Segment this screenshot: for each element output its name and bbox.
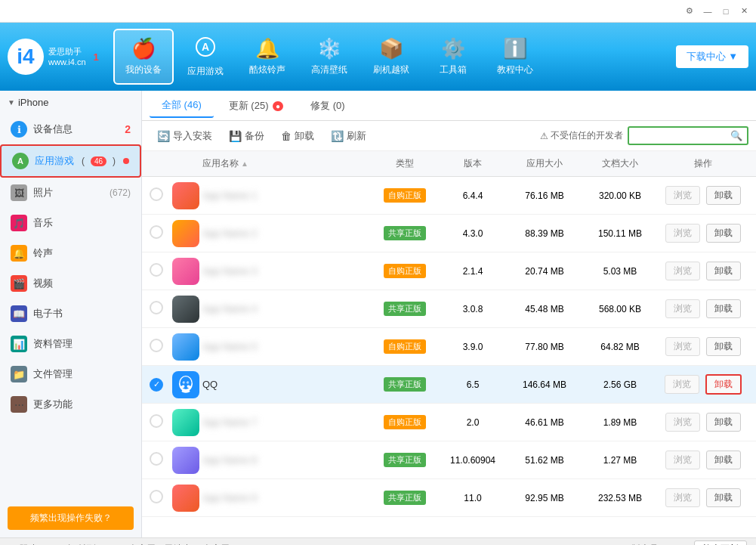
music-label: 音乐 xyxy=(33,216,131,230)
sidebar-item-device-info[interactable]: ℹ 设备信息 2 xyxy=(0,114,141,144)
row1-type-badge: 自购正版 xyxy=(384,188,426,203)
apps-badge: 46 xyxy=(91,156,106,166)
import-install-button[interactable]: 🔄 导入安装 xyxy=(150,126,220,146)
row5-browse-button[interactable]: 浏览 xyxy=(665,337,700,356)
tab-update-label: 更新 (25) xyxy=(229,100,269,111)
row6-uninstall-button[interactable]: 卸载 xyxy=(705,374,742,395)
nav-my-device-label: 我的设备 xyxy=(125,63,162,76)
refresh-icon: 🔃 xyxy=(331,130,344,142)
col-appsize-header: 应用大小 xyxy=(507,157,582,170)
row1-uninstall-button[interactable]: 卸载 xyxy=(706,186,741,205)
search-input[interactable] xyxy=(634,131,730,141)
row6-browse-button[interactable]: 浏览 xyxy=(665,375,699,394)
table-row: App Name 2 共享正版 4.3.0 88.39 MB 150.11 MB… xyxy=(142,215,756,252)
logo-icon: i4 xyxy=(8,39,44,75)
title-bar: ⚙ — □ ✕ xyxy=(0,0,756,23)
row3-docsize: 5.03 MB xyxy=(603,266,637,277)
device-label[interactable]: ▼ iPhone xyxy=(8,97,134,108)
col-name-header[interactable]: 应用名称 ▲ xyxy=(202,157,371,170)
nav-app-game-label: 应用游戏 xyxy=(187,65,224,78)
row7-checkbox[interactable] xyxy=(150,414,163,428)
data-mgmt-icon: 📊 xyxy=(11,336,27,352)
uninstall-toolbar-button[interactable]: 🗑 卸载 xyxy=(273,126,322,146)
close-icon[interactable]: ✕ xyxy=(738,5,750,17)
sidebar-item-music[interactable]: 🎵 音乐 xyxy=(0,208,141,238)
photos-label: 照片 xyxy=(33,186,103,200)
row8-appsize: 51.62 MB xyxy=(525,455,563,466)
sidebar-item-ringtone[interactable]: 🔔 铃声 xyxy=(0,238,141,268)
nav-jailbreak[interactable]: 📦 刷机越狱 xyxy=(361,29,421,85)
row9-checkbox[interactable] xyxy=(150,490,163,503)
row7-uninstall-button[interactable]: 卸载 xyxy=(706,413,741,432)
nav-tutorial[interactable]: ℹ️ 教程中心 xyxy=(485,29,545,85)
row5-version: 3.9.0 xyxy=(463,342,483,352)
status-bar: 阻止iTunes自动运行 46 个应用，已选中 1 个应用 2.70 GB。 版… xyxy=(0,537,756,545)
row2-uninstall-button[interactable]: 卸载 xyxy=(706,224,741,243)
nav-ringtone[interactable]: 🔔 酷炫铃声 xyxy=(237,29,298,85)
row7-app-icon xyxy=(172,409,199,436)
row5-uninstall-button[interactable]: 卸载 xyxy=(706,337,741,356)
table-body: App Name 1 自购正版 6.4.4 76.16 MB 320.00 KB… xyxy=(142,177,756,537)
nav-tools[interactable]: ⚙️ 工具箱 xyxy=(423,29,483,85)
import-icon: 🔄 xyxy=(157,130,170,142)
nav-app-game[interactable]: A 应用游戏 xyxy=(175,29,236,85)
row7-type-badge: 自购正版 xyxy=(384,415,426,429)
row8-checkbox[interactable] xyxy=(150,452,163,466)
nav-ringtone-icon: 🔔 xyxy=(255,37,279,60)
sidebar-item-video[interactable]: 🎬 视频 xyxy=(0,268,141,299)
sidebar-item-more[interactable]: ⋯ 更多功能 xyxy=(0,389,141,420)
sidebar-item-apps[interactable]: A 应用游戏 ( 46 ) xyxy=(0,144,141,178)
photos-icon: 🖼 xyxy=(11,184,27,201)
row4-browse-button[interactable]: 浏览 xyxy=(665,299,700,318)
row3-appsize: 20.74 MB xyxy=(525,266,563,277)
row7-docsize: 1.89 MB xyxy=(603,417,637,428)
device-info-number: 2 xyxy=(125,123,131,135)
row8-browse-button[interactable]: 浏览 xyxy=(665,451,700,469)
row4-uninstall-button[interactable]: 卸载 xyxy=(706,299,741,318)
row8-app-name: App Name 8 xyxy=(202,454,257,466)
row9-uninstall-button[interactable]: 卸载 xyxy=(706,488,741,507)
row5-checkbox[interactable] xyxy=(150,339,163,352)
warning-icon: ⚠ xyxy=(540,131,548,141)
row3-uninstall-button[interactable]: 卸载 xyxy=(706,262,741,280)
row3-browse-button[interactable]: 浏览 xyxy=(665,262,700,280)
row1-checkbox[interactable] xyxy=(150,187,163,201)
sidebar-item-photos[interactable]: 🖼 照片 (672) xyxy=(0,178,141,208)
svg-text:A: A xyxy=(202,41,209,53)
backup-button[interactable]: 💾 备份 xyxy=(221,126,272,146)
row4-checkbox[interactable] xyxy=(150,301,163,314)
row2-checkbox[interactable] xyxy=(150,225,163,239)
nav-my-device[interactable]: 🍎 我的设备 xyxy=(113,29,174,85)
uninstall-icon: 🗑 xyxy=(281,130,292,142)
row1-browse-button[interactable]: 浏览 xyxy=(665,186,700,205)
sidebar-item-ebook[interactable]: 📖 电子书 xyxy=(0,299,141,329)
tab-repair[interactable]: 修复 (0) xyxy=(298,94,357,117)
apps-label: 应用游戏 xyxy=(35,154,76,168)
row9-docsize: 232.53 MB xyxy=(598,493,642,503)
tab-all[interactable]: 全部 (46) xyxy=(150,94,214,118)
svg-point-6 xyxy=(182,389,190,393)
row8-uninstall-button[interactable]: 卸载 xyxy=(706,451,741,469)
nav-wallpaper-icon: ❄️ xyxy=(317,37,341,60)
col-version-header: 版本 xyxy=(439,157,507,170)
row9-browse-button[interactable]: 浏览 xyxy=(665,488,700,507)
refresh-button[interactable]: 🔃 刷新 xyxy=(323,126,374,146)
maximize-icon[interactable]: □ xyxy=(720,5,732,17)
nav-wallpaper[interactable]: ❄️ 高清壁纸 xyxy=(299,29,359,85)
row2-browse-button[interactable]: 浏览 xyxy=(665,224,700,243)
sidebar-item-data-mgmt[interactable]: 📊 资料管理 xyxy=(0,329,141,359)
tab-update[interactable]: 更新 (25) ● xyxy=(217,94,295,117)
sidebar-item-file-mgmt[interactable]: 📁 文件管理 xyxy=(0,359,141,389)
file-mgmt-label: 文件管理 xyxy=(33,367,131,381)
download-center-button[interactable]: 下载中心 ▼ xyxy=(676,45,748,68)
settings-icon[interactable]: ⚙ xyxy=(683,5,696,17)
row6-checkbox[interactable]: ✓ xyxy=(150,378,163,392)
trouble-button[interactable]: 频繁出现操作失败？ xyxy=(8,506,134,530)
row7-browse-button[interactable]: 浏览 xyxy=(665,413,700,432)
check-update-button[interactable]: 检查更新 xyxy=(694,540,747,545)
minimize-icon[interactable]: — xyxy=(702,5,714,17)
untrusted-developer[interactable]: ⚠ 不受信任的开发者 xyxy=(540,129,623,142)
row6-version: 6.5 xyxy=(467,379,480,390)
search-box: 🔍 xyxy=(628,126,748,145)
row3-checkbox[interactable] xyxy=(150,263,163,277)
